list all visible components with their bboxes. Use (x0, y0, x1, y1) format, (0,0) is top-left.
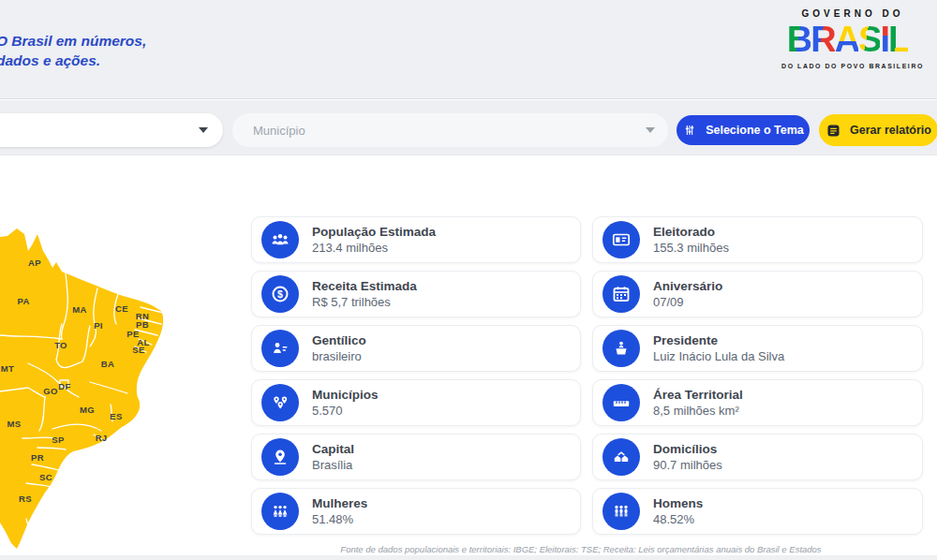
site-tagline: O Brasil em números, dados e ações. (0, 31, 146, 70)
tagline-line1: O Brasil em números, (0, 31, 146, 51)
tagline-line2: dados e ações. (0, 51, 146, 70)
map-state-label-ap[interactable]: AP (28, 258, 41, 268)
calendar-icon (602, 275, 640, 313)
map-state-label-pi[interactable]: PI (94, 320, 103, 331)
map-state-label-go[interactable]: GO (43, 386, 57, 396)
card-title: Eleitorado (653, 225, 729, 240)
governo-do-brasil-logo: GOVERNO DO B R A S I L DO LADO DO POVO B… (772, 8, 933, 69)
map-state-label-pr[interactable]: PR (31, 452, 44, 463)
card-gentilico: Gentílico brasileiro (251, 325, 581, 372)
report-document-icon (825, 123, 841, 139)
women-icon (261, 493, 299, 530)
logo-letter: L (888, 19, 908, 60)
logo-top-text: GOVERNO DO (772, 8, 933, 19)
person-lines-icon (261, 330, 299, 367)
map-state-label-sc[interactable]: SC (39, 472, 52, 482)
filter-bar: Selecione o Tema Gerar relatório (0, 100, 937, 155)
map-state-label-ba[interactable]: BA (101, 359, 114, 369)
card-value: brasileiro (312, 349, 366, 364)
card-title: Área Territorial (653, 388, 743, 403)
people-group-icon (261, 221, 299, 258)
men-icon (602, 493, 640, 530)
card-title: População Estimada (312, 225, 436, 240)
stats-column-right: Eleitorado 155.3 milhões Aniversário 07/… (592, 216, 923, 542)
logo-black-square (910, 46, 918, 54)
map-state-label-mt[interactable]: MT (1, 363, 14, 374)
map-state-label-se[interactable]: SE (132, 345, 144, 355)
bottom-divider (0, 555, 937, 560)
generate-report-label: Gerar relatório (850, 124, 931, 137)
municipio-select-dropdown[interactable] (232, 113, 668, 147)
logo-letter: B (787, 19, 811, 60)
logo-letter: A (835, 19, 858, 60)
state-select-dropdown[interactable] (0, 113, 223, 147)
map-state-label-to[interactable]: TO (54, 340, 67, 350)
card-title: Homens (653, 496, 703, 511)
card-value: Brasília (312, 458, 354, 473)
card-title: Domicílios (653, 442, 722, 457)
card-capital: Capital Brasília (251, 434, 581, 480)
map-state-label-ms[interactable]: MS (7, 419, 22, 429)
card-receita-estimada: $ Receita Estimada R$ 5,7 trilhões (251, 271, 581, 317)
logo-letter: I (880, 19, 888, 60)
card-title: Gentílico (312, 333, 366, 348)
generate-report-button[interactable]: Gerar relatório (819, 114, 937, 146)
data-source-note: Fonte de dados populacionais e territori… (225, 544, 937, 554)
chevron-down-icon (646, 127, 655, 133)
card-value: 51.48% (312, 512, 367, 527)
card-populacao-estimada: População Estimada 213.4 milhões (251, 216, 581, 263)
map-state-label-pa[interactable]: PA (17, 296, 29, 306)
card-homens: Homens 48.52% (592, 488, 923, 535)
map-state-label-ce[interactable]: CE (115, 303, 128, 314)
card-presidente: Presidente Luiz Inácio Lula da Silva (592, 325, 923, 372)
map-state-label-ma[interactable]: MA (72, 304, 86, 315)
stats-column-left: População Estimada 213.4 milhões $ Recei… (251, 216, 581, 542)
select-theme-button[interactable]: Selecione o Tema (677, 115, 810, 145)
svg-text:$: $ (277, 288, 283, 300)
podium-icon (602, 330, 640, 367)
main-content: APPAMACERNPBPEALSEPITOBAMTGODFMGESMSSPRJ… (0, 156, 937, 560)
sliders-icon (682, 123, 697, 138)
houses-icon (602, 438, 640, 476)
map-state-label-mg[interactable]: MG (80, 405, 95, 415)
card-domicilios: Domicílios 90.7 milhões (592, 434, 923, 480)
logo-letter: R (811, 19, 834, 60)
card-value: 48.52% (653, 512, 703, 527)
card-title: Capital (312, 442, 354, 457)
logo-letter: S (858, 19, 880, 60)
map-state-label-rs[interactable]: RS (19, 494, 32, 504)
chevron-down-icon (199, 127, 208, 133)
dollar-circle-icon: $ (261, 275, 299, 313)
card-area-territorial: Área Territorial 8,5 milhões km² (592, 379, 923, 426)
map-pin-icon (261, 438, 299, 476)
card-title: Receita Estimada (312, 279, 417, 294)
card-value: 155.3 milhões (653, 241, 729, 256)
card-mulheres: Mulheres 51.48% (251, 488, 581, 535)
logo-brasil-wordmark: B R A S I L (772, 19, 933, 60)
card-title: Mulheres (312, 496, 367, 511)
map-state-label-rj[interactable]: RJ (96, 433, 108, 443)
select-theme-label: Selecione o Tema (706, 124, 804, 137)
card-value: 07/09 (653, 295, 722, 310)
id-card-icon (602, 221, 640, 258)
card-aniversario: Aniversário 07/09 (592, 271, 923, 317)
municipio-input[interactable] (253, 124, 646, 138)
card-value: 90.7 milhões (653, 458, 722, 473)
card-value: R$ 5,7 trilhões (312, 295, 417, 310)
card-title: Presidente (653, 333, 784, 348)
card-municipios: Municípios 5.570 (251, 379, 581, 426)
header: O Brasil em números, dados e ações. GOVE… (0, 0, 937, 99)
card-title: Aniversário (653, 279, 722, 294)
ruler-icon (602, 384, 640, 421)
card-eleitorado: Eleitorado 155.3 milhões (592, 216, 923, 263)
map-pins-icon (261, 384, 299, 421)
map-state-label-es[interactable]: ES (110, 411, 122, 421)
map-state-label-sp[interactable]: SP (52, 435, 64, 445)
card-title: Municípios (312, 388, 379, 403)
card-value: 213.4 milhões (312, 241, 436, 256)
card-value: Luiz Inácio Lula da Silva (653, 349, 784, 364)
card-value: 5.570 (312, 404, 379, 419)
logo-subtitle: DO LADO DO POVO BRASILEIRO (772, 63, 933, 69)
brazil-map[interactable]: APPAMACERNPBPEALSEPITOBAMTGODFMGESMSSPRJ… (0, 214, 225, 556)
map-state-label-df[interactable]: DF (58, 381, 70, 391)
